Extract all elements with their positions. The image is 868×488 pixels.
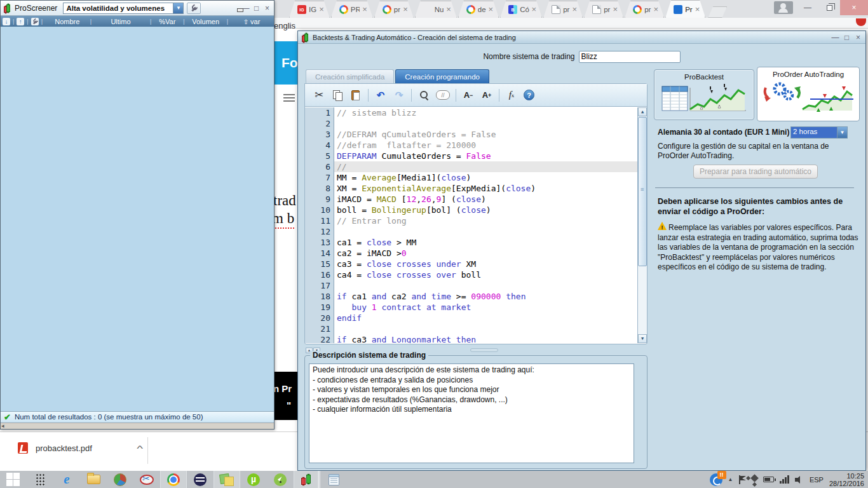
ie-taskbar-button[interactable] [53,471,80,488]
scroll-down-icon[interactable]: ▼ [638,334,647,343]
screener-config-button[interactable] [187,3,201,14]
code-line[interactable]: ca3 = close crosses under XM [337,259,637,269]
dots-taskbar-button[interactable] [27,471,53,488]
utorrent-taskbar-button[interactable] [240,471,267,488]
code-line[interactable]: ca2 = iMACD >0 [337,248,637,259]
prt-taskbar-button[interactable] [294,471,320,488]
tab-close-icon[interactable]: × [695,6,700,13]
timeframe-select[interactable]: 2 horas ▼ [790,126,848,139]
action-center-flag-icon[interactable] [738,475,746,484]
notification-icon[interactable]: !! [710,473,722,486]
tab-close-icon[interactable]: × [613,6,618,13]
explorer-taskbar-button[interactable] [80,471,107,488]
decrease-font-icon[interactable]: A− [462,89,475,102]
browser-close-button[interactable]: × [840,0,868,15]
comment-icon[interactable]: // [436,90,450,100]
browser-tab[interactable]: BCó× [500,1,542,18]
column-header-pvar[interactable]: %Var [153,18,182,25]
download-results-icon[interactable]: ↓ [3,18,10,25]
browser-tab[interactable]: pr× [625,1,664,18]
start-taskbar-button[interactable] [0,471,27,488]
code-line[interactable]: // sistema blizz [337,107,637,118]
horizontal-scrollbar[interactable] [1,423,274,429]
tab-close-icon[interactable]: × [532,6,537,13]
code-line[interactable]: DEFPARAM CumulateOrders = False [337,151,637,161]
settings-wrench-icon[interactable] [31,18,39,25]
browser-tab[interactable]: PR× [331,1,373,18]
tab-close-icon[interactable]: × [573,6,578,13]
code-line[interactable]: if ca3 and Longonmarket then [337,334,637,343]
downloaded-file-button[interactable]: probacktest.pdf ^ [18,442,142,454]
help-icon[interactable]: ? [524,90,534,100]
code-line[interactable] [337,226,637,237]
dialog-close-button[interactable]: × [854,33,862,42]
column-header-ultimo[interactable]: Ultimo [93,18,149,25]
browser-tab[interactable]: pr× [374,1,414,18]
browser-tab[interactable]: pr× [584,1,623,18]
language-indicator[interactable]: ESP [810,476,824,484]
browser-minimize-button[interactable]: — [797,0,818,15]
scrollbar-thumb[interactable] [638,117,647,266]
increase-font-icon[interactable]: A+ [480,89,493,102]
system-name-input[interactable] [579,51,681,63]
screener-select[interactable]: Alta volatilidad y volumenes ▼ [63,3,184,14]
browser-tab[interactable]: pr× [543,1,583,18]
browser-restore-button[interactable] [818,0,840,15]
code-line[interactable]: boll = Bollingerup[bol] (close) [337,205,637,215]
column-header-volumen[interactable]: Volumen [186,18,226,25]
hidden-icons-chevron[interactable]: ▲ [728,477,733,482]
code-line[interactable] [337,118,637,129]
search-icon[interactable] [417,89,430,102]
battery-icon[interactable] [763,477,774,482]
code-line[interactable]: // Entrar long [337,215,637,226]
redo-icon[interactable]: ↷ [393,89,405,102]
tab-creacion-programando[interactable]: Creación programando [395,69,489,83]
tab-close-icon[interactable]: × [403,6,408,13]
profile-icon[interactable] [774,1,793,14]
copy-icon[interactable] [331,89,344,102]
code-line[interactable]: //DEFRAM qCumulateOrders = False [337,129,637,140]
notepad-taskbar-button[interactable] [320,471,347,488]
code-line[interactable]: // [334,161,637,172]
android-taskbar-button[interactable] [267,471,294,488]
code-line[interactable]: MM = Average[Media1](close) [337,172,637,183]
browser-tab[interactable]: Pr× [665,0,705,18]
prepare-autotrading-button[interactable]: Preparar para trading automático [693,165,818,179]
code-line[interactable]: ca4 = close crosses over boll [337,269,637,280]
browser-tab[interactable]: IGIG× [289,1,330,18]
network-signal-icon[interactable] [780,475,789,484]
new-tab-button[interactable] [708,6,727,18]
tab-close-icon[interactable]: × [362,6,367,13]
code-line[interactable]: ca1 = close > MM [337,237,637,248]
code-lines[interactable]: // sistema blizz//DEFRAM qCumulateOrders… [334,107,637,343]
splitter-grip[interactable] [470,348,498,352]
tab-creacion-simplificada[interactable]: Creación simplificada [306,69,394,83]
sticky-taskbar-button[interactable] [214,471,240,488]
tab-close-icon[interactable]: × [489,6,494,13]
browser-tab[interactable]: de× [458,1,499,18]
cut-icon[interactable]: ✂ [313,89,325,102]
close-button[interactable]: × [263,4,271,13]
dialog-minimize-button[interactable]: — [831,33,839,42]
code-line[interactable]: XM = ExponentialAverage[ExpMedia](close) [337,183,637,194]
tab-close-icon[interactable]: × [446,6,451,13]
chevron-down-icon[interactable]: ▼ [173,3,183,13]
code-line[interactable]: buy 1 contract at market [337,302,637,313]
dropbox-icon[interactable] [751,474,759,482]
description-textarea[interactable]: Puede introducir una descripción de este… [309,363,634,463]
menu-icon[interactable] [283,94,295,102]
vnc-taskbar-button[interactable] [107,471,133,488]
dialog-maximize-button[interactable]: □ [843,33,851,42]
maximize-button[interactable]: □ [252,4,261,13]
insert-function-icon[interactable]: fx [505,89,518,102]
code-line[interactable] [337,323,637,334]
code-editor[interactable]: 12345678910111213141516171819202122 // s… [305,107,647,343]
eclipse-taskbar-button[interactable] [187,471,214,488]
snip-taskbar-button[interactable] [133,471,160,488]
clock[interactable]: 10:25 28/12/2016 [829,472,864,487]
volume-icon[interactable] [795,476,804,484]
paste-icon[interactable] [349,89,362,102]
tab-close-icon[interactable]: × [654,6,659,13]
code-line[interactable]: if ca1 and ca2 and time >= 090000 then [337,291,637,302]
upload-results-icon[interactable]: ↑ [17,18,24,25]
